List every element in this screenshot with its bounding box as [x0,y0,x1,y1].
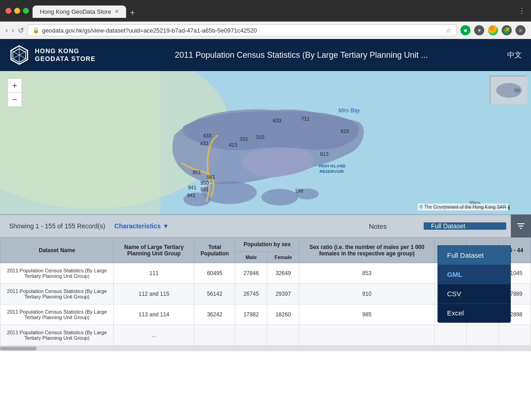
svg-text:196: 196 [295,188,303,193]
cell-planning-unit: 111 [114,263,194,284]
map-thumbnail [490,76,526,103]
cell-dataset: 2011 Population Census Statistics (By La… [0,325,114,346]
cell-male: 27846 [235,263,267,284]
svg-text:HIGH ISLAND: HIGH ISLAND [319,164,346,168]
url-text: geodata.gov.hk/gs/view-dataset?uuid=ace2… [42,27,257,34]
col-header-dataset: Dataset Name [0,238,114,263]
lock-icon: 🔒 [33,27,39,33]
cell-dataset: 2011 Population Census Statistics (By La… [0,304,114,325]
svg-text:633: 633 [273,118,281,123]
svg-text:931: 931 [200,187,209,192]
svg-text:815: 815 [341,128,349,134]
cell-total-pop: 36242 [194,304,235,325]
cell-sex-ratio: 985 [299,304,435,325]
cell-age-lt15 [434,325,466,346]
col-header-pop-by-sex: Population by sex [235,238,299,252]
col-header-female: Female [267,252,299,263]
url-field[interactable]: 🔒 geodata.gov.hk/gs/view-dataset?uuid=ac… [28,24,457,36]
dropdown-item-csv[interactable]: CSV [438,284,510,304]
svg-text:310: 310 [256,134,264,140]
svg-text:813: 813 [320,151,328,157]
zoom-in-button[interactable]: + [8,79,22,93]
app-header: HONG KONG GEODATA STORE 2011 Population … [0,39,531,71]
svg-text:433: 433 [203,133,211,138]
browser-chrome: Hong Kong GeoData Store ✕ + ⋮ ‹ › ↺ 🔒 ge… [0,0,531,39]
scrollbar-thumb[interactable] [0,347,37,350]
cell-total-pop [194,325,235,346]
svg-text:941: 941 [187,193,195,198]
maximize-window-button[interactable] [23,8,29,14]
cell-planning-unit: 112 and 115 [114,284,194,304]
browser-menu-icon[interactable]: ⋮ [518,6,525,15]
browser-toolbar-icons: ■ ✦ 🧩 ≡ [460,25,525,35]
col-header-sex-ratio: Sex ratio (i.e. the number of males per … [299,238,435,263]
window-controls [6,8,29,14]
cell-sex-ratio: 853 [299,263,435,284]
cell-age-25-44 [498,325,531,346]
dropdown-item-gml[interactable]: GML [438,265,510,284]
cell-female: 18260 [267,304,299,325]
new-tab-button[interactable]: + [130,8,135,18]
cell-male: 17982 [235,304,267,325]
svg-text:961: 961 [207,174,215,180]
cell-age-15-24 [466,325,498,346]
svg-text:Mirs Bay: Mirs Bay [338,107,360,114]
map-svg: Mirs Bay HIGH ISLAND RESERVOIR 633 711 8… [0,71,531,214]
svg-text:413: 413 [229,142,237,148]
thumbnail-svg [491,77,527,104]
table-row: 2011 Population Census Statistics (By La… [0,325,531,346]
download-area: Full Dataset Full Dataset GML CSV Excel [419,222,511,230]
svg-rect-37 [514,88,520,92]
svg-text:711: 711 [301,116,310,122]
logo-text: HONG KONG GEODATA STORE [35,47,95,63]
characteristics-button[interactable]: Characteristics ▼ [114,222,169,230]
cell-female [267,325,299,346]
filter-icon [516,221,525,231]
title-bar: Hong Kong GeoData Store ✕ + ⋮ [0,0,531,22]
filter-button[interactable] [511,215,531,238]
dropdown-item-full-dataset[interactable]: Full Dataset [438,246,510,265]
tab-title: Hong Kong GeoData Store [40,8,111,15]
menu-icon[interactable]: ≡ [515,25,525,35]
logo-hexagon-icon [9,45,29,65]
reload-button[interactable]: ↺ [18,26,24,35]
cell-total-pop: 60495 [194,263,235,284]
svg-text:950: 950 [200,180,209,186]
svg-rect-7 [0,71,160,214]
bookmark-icon[interactable]: ☆ [446,27,452,34]
full-dataset-dropdown-button[interactable]: Full Dataset [424,222,506,230]
horizontal-scrollbar[interactable] [0,346,531,351]
cell-male: 26745 [235,284,267,304]
cell-planning-unit: 113 and 114 [114,304,194,325]
svg-point-9 [261,189,298,205]
cell-male [235,325,267,346]
cell-sex-ratio [299,325,435,346]
cell-female: 32649 [267,263,299,284]
minimize-window-button[interactable] [14,8,20,14]
svg-text:RESERVOIR: RESERVOIR [320,169,344,174]
forward-button[interactable]: › [11,26,14,34]
extension-icon-fstar[interactable]: ✦ [474,25,484,35]
cell-planning-unit: ... [114,325,194,346]
active-tab[interactable]: Hong Kong GeoData Store ✕ [33,6,126,18]
cell-dataset: 2011 Population Census Statistics (By La… [0,284,114,304]
tab-close-button[interactable]: ✕ [115,9,119,15]
apple-icon[interactable] [488,25,498,35]
svg-text:432: 432 [200,141,208,146]
zoom-out-button[interactable]: − [8,93,22,106]
language-button[interactable]: 中文 [507,50,522,60]
address-bar: ‹ › ↺ 🔒 geodata.gov.hk/gs/view-dataset?u… [0,22,531,39]
back-button[interactable]: ‹ [6,26,8,34]
cell-female: 29397 [267,284,299,304]
dropdown-item-excel[interactable]: Excel [438,304,510,322]
page-title: 2011 Population Census Statistics (By La… [95,50,507,60]
col-header-male: Male [235,252,267,263]
puzzle-icon[interactable]: 🧩 [502,25,512,35]
records-info: Showing 1 - 155 of 155 Record(s) [0,222,114,230]
close-window-button[interactable] [6,8,11,14]
table-toolbar: Showing 1 - 155 of 155 Record(s) Charact… [0,214,531,237]
svg-text:331: 331 [240,136,248,142]
extension-icon-green[interactable]: ■ [460,25,470,35]
map-zoom-controls: + − [7,78,22,107]
logo-area: HONG KONG GEODATA STORE [9,45,95,65]
